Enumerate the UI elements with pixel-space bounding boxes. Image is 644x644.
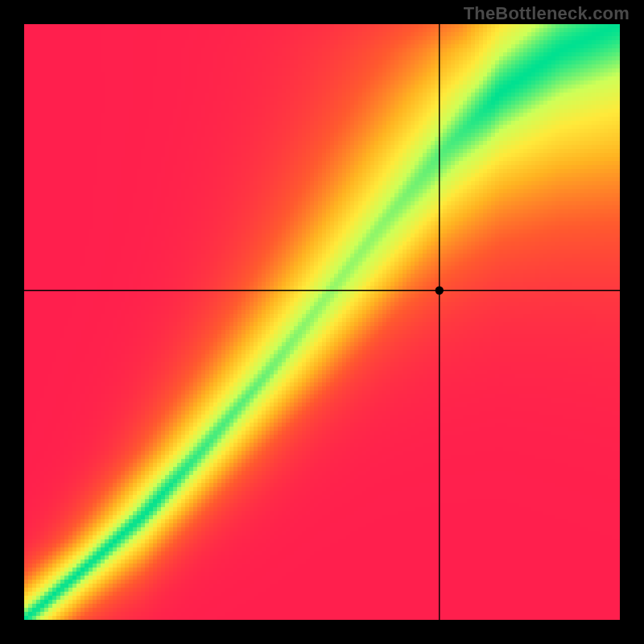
- chart-frame: TheBottleneck.com: [0, 0, 644, 644]
- plot-area: [24, 24, 620, 620]
- heatmap-canvas: [24, 24, 620, 620]
- watermark-text: TheBottleneck.com: [464, 3, 630, 24]
